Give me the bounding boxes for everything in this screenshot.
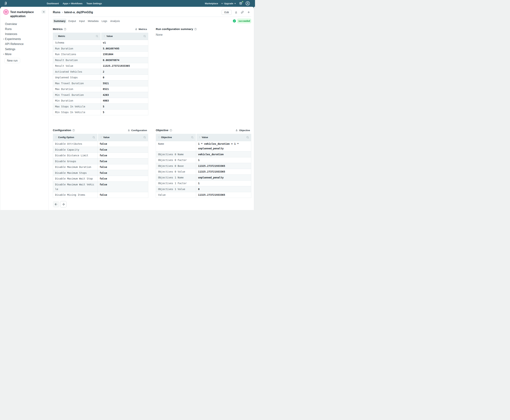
download-objective-button[interactable]: Objective: [235, 129, 250, 132]
cell-name: Objectives 0 Base: [156, 163, 196, 169]
sidebar-menu: OverviewRunsInstancesExperimentsAPI Refe…: [0, 22, 48, 57]
download-configuration-button[interactable]: Configuration: [128, 129, 147, 132]
sidebar-item-settings[interactable]: Settings: [0, 46, 48, 52]
gift-icon[interactable]: [239, 2, 242, 5]
upgrade-button[interactable]: Upgrade: [221, 2, 236, 5]
sidebar-collapse-button[interactable]: [41, 10, 46, 14]
table-row: Disable Groupsfalse: [53, 158, 148, 164]
table-row: Objectives 1 Factor1: [156, 180, 251, 187]
sort-icon[interactable]: [55, 35, 57, 37]
run-config-value: None: [156, 33, 251, 36]
nav-marketplace[interactable]: Marketplace: [205, 2, 218, 5]
sort-icon[interactable]: [104, 35, 105, 37]
download-metrics-button[interactable]: Metrics: [135, 28, 147, 30]
cell-value: 0: [196, 186, 251, 192]
add-button[interactable]: [247, 10, 251, 15]
table-row: Result Value11325.273721933365: [53, 63, 148, 69]
cell-value: 1: [196, 180, 251, 186]
scrollbar-track[interactable]: [254, 7, 255, 210]
search-icon[interactable]: [96, 35, 98, 38]
download-button-label: Metrics: [139, 28, 147, 30]
edit-button[interactable]: Edit: [222, 10, 232, 15]
metrics-table: MetricValueSchemav1Run Duration5.0016974…: [53, 33, 148, 115]
previous-run-button[interactable]: [53, 201, 59, 208]
sidebar-item-experiments[interactable]: Experiments: [0, 37, 48, 42]
tab-metadata[interactable]: Metadata: [88, 20, 98, 22]
sidebar-item-instances[interactable]: Instances: [0, 32, 48, 37]
search-icon[interactable]: [143, 35, 146, 38]
tab-input[interactable]: Input: [79, 20, 85, 22]
new-run-button[interactable]: New run: [4, 58, 20, 63]
cell-value: 6521: [101, 86, 148, 92]
table-row: Activated Vehicles2: [53, 69, 148, 75]
column-header-value: Value: [196, 134, 251, 141]
sort-icon[interactable]: [158, 136, 160, 138]
tabs-row: SummaryOutputInputMetadataLogsAnalysis s…: [53, 19, 251, 23]
topbar-right: Marketplace Upgrade: [205, 1, 250, 6]
sort-icon[interactable]: [199, 136, 201, 138]
cell-name: Schema: [53, 40, 101, 46]
table-row: Value11325.273721933365: [156, 192, 251, 198]
nextmv-logo-icon[interactable]: [4, 1, 7, 5]
table-row: Objectives 0 Base11325.273721933365: [156, 163, 251, 169]
notification-dot: [242, 1, 243, 2]
search-icon[interactable]: [92, 136, 95, 139]
sidebar-item-more[interactable]: More: [0, 52, 48, 57]
nav-team-settings[interactable]: Team Settings: [86, 2, 102, 5]
help-icon[interactable]: ?: [64, 28, 66, 30]
column-header-metric: Metric: [53, 33, 101, 40]
cell-value: 1: [196, 157, 251, 163]
table-body: Name1 * vehicles_duration + 1 * unplanne…: [156, 141, 251, 198]
column-label: Value: [202, 136, 208, 139]
objective-table: ObjectiveValueName1 * vehicles_duration …: [156, 134, 251, 198]
table-row: Max Stops In Vehicle5: [53, 104, 148, 110]
sidebar-item-label: More: [5, 53, 11, 56]
sort-icon[interactable]: [55, 136, 57, 138]
download-run-button[interactable]: [234, 10, 238, 15]
chevron-right-icon: [3, 53, 5, 55]
tab-analysis[interactable]: Analysis: [110, 20, 120, 22]
tab-logs[interactable]: Logs: [102, 20, 107, 22]
cell-name: Disable Capacity: [53, 147, 98, 153]
sidebar-item-api-reference[interactable]: API Reference: [0, 42, 48, 46]
copy-link-button[interactable]: [240, 10, 244, 15]
next-run-button[interactable]: [60, 201, 67, 208]
run-config-title: Run configuration summary: [156, 28, 193, 31]
table-row: Disable Maximum Wait Stopfalse: [53, 176, 148, 182]
cell-value: false: [98, 164, 148, 170]
help-icon[interactable]: ?: [194, 28, 197, 30]
cell-value: 2: [101, 69, 148, 75]
download-icon: [135, 28, 137, 30]
avatar-icon[interactable]: [245, 1, 250, 6]
help-icon[interactable]: ?: [170, 129, 172, 132]
nav-apps-workflows[interactable]: Apps + Workflows: [63, 2, 82, 5]
cell-name: Disable Distance Limit: [53, 153, 98, 158]
sidebar-item-label: Overview: [5, 22, 17, 26]
chevron-right-icon: [3, 38, 5, 40]
nav-dashboard[interactable]: Dashboard: [47, 2, 59, 5]
breadcrumb-runs[interactable]: Runs: [53, 11, 60, 14]
tab-output[interactable]: Output: [68, 20, 76, 22]
table-row: Disable Mixing Itemsfalse: [53, 192, 148, 198]
cell-name: Disable Maximum Duration: [53, 164, 98, 170]
table-row: Max Travel Duration5921: [53, 81, 148, 86]
search-icon[interactable]: [143, 136, 146, 139]
search-icon[interactable]: [246, 136, 249, 139]
cell-value: vehicles_duration: [196, 151, 251, 157]
cell-name: Run Duration: [53, 46, 101, 51]
download-button-label: Configuration: [131, 129, 147, 132]
cell-value: unplanned_penalty: [196, 175, 251, 180]
cell-name: Disable Maximum Wait Vehicle: [53, 182, 98, 192]
cell-name: Result Value: [53, 63, 101, 69]
sort-icon[interactable]: [100, 136, 102, 138]
tab-summary[interactable]: Summary: [53, 19, 66, 23]
cell-name: Disable Groups: [53, 158, 98, 164]
cell-name: Objectives 0 Name: [156, 151, 196, 157]
sidebar-item-overview[interactable]: Overview: [0, 22, 48, 27]
help-icon[interactable]: ?: [72, 129, 75, 132]
success-check-icon: [233, 19, 236, 22]
cell-name: Objectives 0 Value: [156, 169, 196, 175]
sidebar-item-runs[interactable]: Runs: [0, 27, 48, 32]
search-icon[interactable]: [191, 136, 194, 139]
cell-value: 5: [101, 104, 148, 109]
